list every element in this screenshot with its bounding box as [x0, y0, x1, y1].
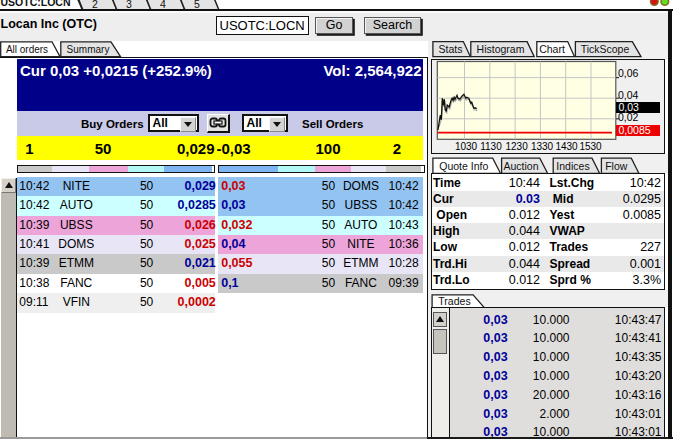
svg-text:Chart: Chart — [539, 43, 565, 55]
svg-text:Indices: Indices — [556, 159, 589, 171]
svg-text:USOTC:LOCN: USOTC:LOCN — [1, 0, 71, 8]
svg-text:Auction: Auction — [503, 159, 538, 171]
svg-text:Histogram: Histogram — [477, 43, 525, 55]
svg-text:Flow: Flow — [605, 159, 628, 171]
svg-text:All orders: All orders — [6, 44, 48, 55]
svg-text:TickScope: TickScope — [581, 43, 630, 55]
svg-text:Summary: Summary — [67, 44, 110, 55]
svg-text:Stats: Stats — [439, 43, 463, 55]
svg-text:Quote Info: Quote Info — [439, 159, 488, 171]
svg-text:Trades: Trades — [438, 295, 470, 307]
